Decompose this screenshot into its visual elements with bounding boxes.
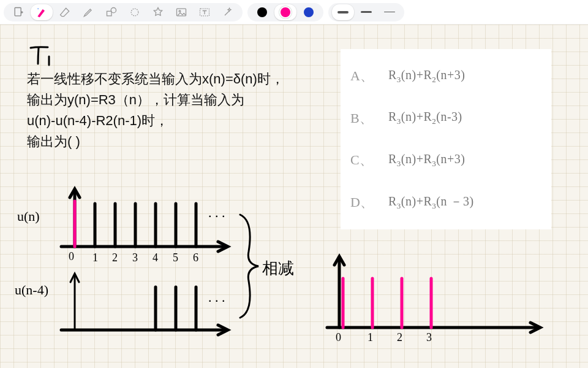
insert-page-tool[interactable]: [7, 4, 29, 20]
stroke-medium[interactable]: [355, 4, 377, 20]
image-tool[interactable]: [170, 4, 192, 20]
svg-text:1: 1: [368, 331, 373, 343]
svg-text:0: 0: [69, 250, 74, 263]
color-group: [247, 3, 323, 21]
svg-text:. . .: . . .: [208, 289, 225, 305]
color-black[interactable]: [251, 4, 273, 20]
stroke-icon: [337, 11, 349, 13]
svg-point-3: [111, 7, 116, 12]
color-dot-icon: [304, 7, 314, 17]
sticker-tool[interactable]: [147, 4, 169, 20]
svg-point-4: [131, 9, 138, 16]
color-dot-icon: [257, 7, 267, 17]
svg-text:1: 1: [92, 251, 98, 264]
note-canvas[interactable]: 若一线性移不变系统当输入为x(n)=δ(n)时， 输出为y(n)=R3（n），计…: [0, 25, 588, 368]
svg-text:6: 6: [193, 251, 198, 264]
svg-point-1: [37, 8, 39, 9]
highlighter-tool[interactable]: [77, 4, 99, 20]
handwriting-layer: .bk { stroke:#000; stroke-width:5; strok…: [0, 25, 588, 368]
stroke-icon: [361, 11, 372, 13]
svg-text:5: 5: [173, 251, 178, 264]
magic-wand-tool[interactable]: [217, 4, 239, 20]
svg-text:3: 3: [426, 331, 432, 343]
lasso-tool[interactable]: [124, 4, 146, 20]
svg-text:3: 3: [132, 251, 138, 264]
stroke-group: [328, 3, 404, 21]
shapes-tool[interactable]: [100, 4, 123, 20]
color-magenta[interactable]: [274, 4, 296, 20]
eraser-tool[interactable]: [54, 4, 76, 20]
stroke-thick[interactable]: [332, 4, 354, 20]
svg-text:4: 4: [153, 251, 158, 264]
svg-text:2: 2: [397, 331, 402, 343]
text-tool[interactable]: [194, 4, 216, 20]
stroke-thin[interactable]: [379, 4, 401, 20]
color-dot-icon: [281, 7, 290, 17]
pen-tool[interactable]: [31, 4, 53, 20]
stroke-icon: [384, 12, 395, 13]
svg-rect-0: [15, 7, 21, 15]
svg-point-6: [179, 10, 181, 12]
subtract-note: 相减: [262, 259, 294, 277]
un4-label: u(n-4): [15, 282, 48, 297]
toolbar: [0, 0, 588, 25]
tool-group: [4, 3, 243, 21]
un-label: u(n): [17, 209, 40, 224]
svg-text:0: 0: [336, 331, 341, 343]
svg-text:. . .: . . .: [208, 205, 225, 220]
svg-text:2: 2: [112, 251, 118, 264]
pen-icon: [36, 6, 48, 18]
svg-rect-2: [107, 11, 112, 16]
color-blue[interactable]: [298, 4, 320, 20]
